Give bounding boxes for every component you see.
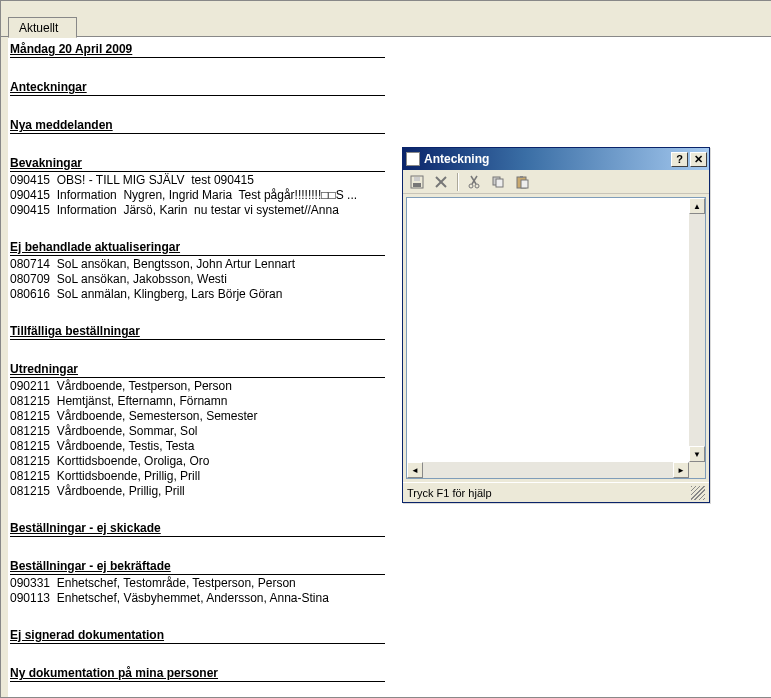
scroll-left-icon[interactable]: ◄ bbox=[407, 462, 423, 478]
status-bar: Tryck F1 för hjälp bbox=[403, 482, 709, 502]
list-item[interactable]: 090113 Enhetschef, Väsbyhemmet, Andersso… bbox=[10, 591, 385, 605]
help-button[interactable]: ? bbox=[671, 152, 688, 167]
section-ej-skickade: Beställningar - ej skickade bbox=[10, 521, 385, 537]
horizontal-scrollbar[interactable]: ◄ ► bbox=[407, 462, 689, 478]
section-ej-bekraftade: Beställningar - ej bekräftade bbox=[10, 559, 171, 574]
list-item[interactable]: 090331 Enhetschef, Testområde, Testperso… bbox=[10, 576, 385, 590]
scroll-track[interactable] bbox=[423, 462, 673, 478]
section-ny-dok: Ny dokumentation på mina personer bbox=[10, 666, 385, 682]
list-item[interactable]: 081215 Vårdboende, Semesterson, Semester bbox=[10, 409, 385, 423]
section-tillfalliga: Tillfälliga beställningar bbox=[10, 324, 385, 340]
scroll-down-icon[interactable]: ▼ bbox=[689, 446, 705, 462]
close-button[interactable]: ✕ bbox=[690, 152, 707, 167]
svg-rect-13 bbox=[521, 180, 528, 188]
svg-point-7 bbox=[469, 184, 473, 188]
resize-grip-icon[interactable] bbox=[691, 486, 705, 500]
list-item[interactable]: 081215 Hemtjänst, Efternamn, Förnamn bbox=[10, 394, 385, 408]
vertical-scrollbar[interactable]: ▲ ▼ bbox=[689, 198, 705, 462]
toolbar-separator bbox=[457, 173, 458, 191]
list-item[interactable]: 090415 Information Nygren, Ingrid Maria … bbox=[10, 188, 385, 202]
tab-bar: Aktuellt bbox=[1, 1, 771, 37]
delete-icon[interactable] bbox=[431, 172, 451, 192]
toolbar bbox=[403, 170, 709, 194]
title-text: Anteckning bbox=[424, 152, 669, 166]
title-bar[interactable]: Anteckning ? ✕ bbox=[403, 148, 709, 170]
svg-point-8 bbox=[475, 184, 479, 188]
svg-rect-12 bbox=[520, 176, 523, 178]
list-item[interactable]: 080616 SoL anmälan, Klingberg, Lars Börj… bbox=[10, 287, 385, 301]
svg-rect-1 bbox=[413, 183, 421, 187]
scroll-up-icon[interactable]: ▲ bbox=[689, 198, 705, 214]
anteckning-dialog: Anteckning ? ✕ ▲ ▼ ◄ bbox=[402, 147, 710, 503]
text-area[interactable] bbox=[407, 198, 689, 462]
section-utredningar: Utredningar bbox=[10, 362, 78, 377]
list-item[interactable]: 081215 Korttidsboende, Prillig, Prill bbox=[10, 469, 385, 483]
list-item[interactable]: 090211 Vårdboende, Testperson, Person bbox=[10, 379, 385, 393]
section-bevakningar: Bevakningar bbox=[10, 156, 82, 171]
svg-rect-10 bbox=[496, 179, 503, 187]
date-heading: Måndag 20 April 2009 bbox=[10, 42, 385, 58]
list-item[interactable]: 081215 Korttidsboende, Oroliga, Oro bbox=[10, 454, 385, 468]
section-ej-behandlade: Ej behandlade aktualiseringar bbox=[10, 240, 180, 255]
section-anteckningar: Anteckningar bbox=[10, 80, 385, 96]
scroll-corner bbox=[689, 462, 705, 478]
copy-icon[interactable] bbox=[488, 172, 508, 192]
tab-aktuellt[interactable]: Aktuellt bbox=[8, 17, 77, 38]
list-item[interactable]: 081215 Vårdboende, Testis, Testa bbox=[10, 439, 385, 453]
text-editor[interactable]: ▲ ▼ ◄ ► bbox=[406, 197, 706, 479]
status-text: Tryck F1 för hjälp bbox=[407, 487, 492, 499]
editor-wrap: ▲ ▼ ◄ ► bbox=[403, 194, 709, 482]
save-icon[interactable] bbox=[407, 172, 427, 192]
svg-rect-2 bbox=[414, 177, 420, 181]
scroll-right-icon[interactable]: ► bbox=[673, 462, 689, 478]
list-item[interactable]: 090415 Information Järsö, Karin nu testa… bbox=[10, 203, 385, 217]
list-item[interactable]: 090415 OBS! - TILL MIG SJÄLV test 090415 bbox=[10, 173, 385, 187]
paste-icon[interactable] bbox=[512, 172, 532, 192]
scroll-track[interactable] bbox=[689, 214, 705, 446]
section-nya-meddelanden: Nya meddelanden bbox=[10, 118, 385, 134]
list-item[interactable]: 081215 Vårdboende, Sommar, Sol bbox=[10, 424, 385, 438]
section-ej-signerad: Ej signerad dokumentation bbox=[10, 628, 385, 644]
list-item[interactable]: 081215 Vårdboende, Prillig, Prill bbox=[10, 484, 385, 498]
list-item[interactable]: 080709 SoL ansökan, Jakobsson, Westi bbox=[10, 272, 385, 286]
list-item[interactable]: 080714 SoL ansökan, Bengtsson, John Artu… bbox=[10, 257, 385, 271]
cut-icon[interactable] bbox=[464, 172, 484, 192]
app-icon bbox=[406, 152, 420, 166]
